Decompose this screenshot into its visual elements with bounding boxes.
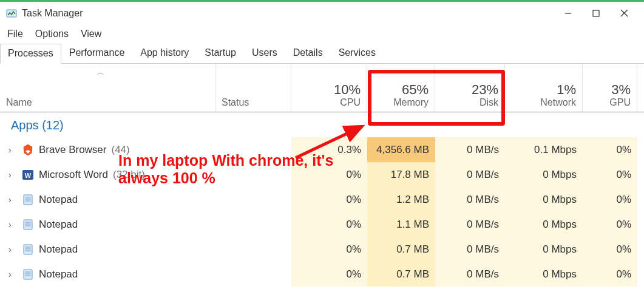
table-row[interactable]: ›Notepad0%0.7 MB0 MB/s0 Mbps0% — [0, 262, 644, 287]
cell-net: 0 Mbps — [505, 162, 583, 187]
cell-net: 0 Mbps — [505, 212, 583, 237]
notepad-icon — [22, 268, 34, 280]
close-button[interactable] — [610, 4, 638, 22]
process-name: Brave Browser — [39, 144, 106, 156]
tab-processes[interactable]: Processes — [0, 44, 61, 64]
notepad-icon — [22, 243, 34, 256]
word-icon: W — [22, 169, 34, 181]
menu-file[interactable]: File — [7, 29, 23, 39]
tab-startup[interactable]: Startup — [197, 43, 244, 63]
tab-users[interactable]: Users — [244, 43, 285, 63]
cell-gpu: 0% — [583, 212, 637, 237]
process-name: Notepad — [39, 243, 78, 256]
cell-net: 0 Mbps — [505, 187, 583, 212]
process-name: Notepad — [39, 268, 78, 280]
menu-options[interactable]: Options — [35, 29, 69, 39]
table-row[interactable]: ›Notepad0%1.2 MB0 MB/s0 Mbps0% — [0, 187, 644, 212]
column-gpu[interactable]: 3% GPU — [583, 64, 637, 112]
chevron-right-icon[interactable]: › — [8, 245, 17, 254]
tab-services[interactable]: Services — [331, 43, 384, 63]
column-cpu[interactable]: 10% CPU — [291, 64, 367, 112]
cell-mem: 4,356.6 MB — [367, 137, 435, 162]
window-title: Task Manager — [22, 8, 554, 19]
table-row[interactable]: ›Notepad0%1.1 MB0 MB/s0 Mbps0% — [0, 212, 644, 237]
process-name: Notepad — [39, 219, 78, 231]
cell-cpu: 0% — [291, 187, 367, 212]
chevron-right-icon[interactable]: › — [8, 195, 17, 205]
process-name: Microsoft Word — [39, 169, 108, 181]
title-bar: Task Manager — [0, 2, 644, 25]
minimize-button[interactable] — [554, 4, 582, 22]
brave-icon — [22, 144, 34, 156]
tab-performance[interactable]: Performance — [61, 43, 133, 63]
cell-cpu: 0% — [291, 237, 367, 262]
column-status[interactable]: Status — [215, 64, 291, 112]
cell-net: 0.1 Mbps — [505, 137, 583, 162]
menu-bar: File Options View — [0, 25, 644, 43]
table-row[interactable]: ›WMicrosoft Word (32 bit)0%17.8 MB0 MB/s… — [0, 162, 644, 187]
task-manager-icon — [6, 8, 17, 19]
cell-cpu: 0% — [291, 262, 367, 287]
cell-disk: 0 MB/s — [435, 237, 505, 262]
column-name[interactable]: ︿ Name — [0, 64, 215, 112]
sort-caret-icon: ︿ — [97, 67, 104, 78]
chevron-right-icon[interactable]: › — [8, 145, 17, 155]
annotation-arrow-icon — [290, 121, 375, 164]
svg-line-5 — [296, 126, 362, 158]
column-network[interactable]: 1% Network — [505, 64, 583, 112]
chevron-right-icon[interactable]: › — [8, 220, 17, 229]
cell-mem: 1.1 MB — [367, 212, 435, 237]
cell-disk: 0 MB/s — [435, 162, 505, 187]
svg-rect-20 — [24, 270, 32, 279]
cell-cpu: 0% — [291, 162, 367, 187]
annotation-red-box — [368, 70, 505, 126]
cell-mem: 17.8 MB — [367, 162, 435, 187]
chevron-right-icon[interactable]: › — [8, 270, 17, 279]
chevron-right-icon[interactable]: › — [8, 170, 17, 180]
table-row[interactable]: ›Notepad0%0.7 MB0 MB/s0 Mbps0% — [0, 237, 644, 262]
svg-rect-8 — [24, 195, 32, 205]
cell-gpu: 0% — [583, 262, 637, 287]
tab-app-history[interactable]: App history — [132, 43, 197, 63]
menu-view[interactable]: View — [81, 29, 101, 39]
maximize-button[interactable] — [582, 4, 610, 22]
cell-net: 0 Mbps — [505, 237, 583, 262]
cell-mem: 0.7 MB — [367, 237, 435, 262]
process-name: Notepad — [39, 194, 78, 206]
cell-gpu: 0% — [583, 237, 637, 262]
cell-disk: 0 MB/s — [435, 212, 505, 237]
cell-gpu: 0% — [583, 162, 637, 187]
svg-rect-16 — [24, 245, 32, 254]
cell-disk: 0 MB/s — [435, 137, 505, 162]
table-header: ︿ Name Status 10% CPU 65% Memory 23% Dis… — [0, 64, 644, 112]
svg-text:W: W — [25, 171, 32, 178]
process-suffix: (32 bit) — [113, 169, 145, 181]
cell-disk: 0 MB/s — [435, 262, 505, 287]
tab-bar: Processes Performance App history Startu… — [0, 43, 644, 64]
notepad-icon — [22, 219, 34, 231]
cell-mem: 1.2 MB — [367, 187, 435, 212]
svg-rect-12 — [24, 220, 32, 229]
cell-disk: 0 MB/s — [435, 187, 505, 212]
tab-details[interactable]: Details — [285, 43, 331, 63]
cell-gpu: 0% — [583, 187, 637, 212]
cell-mem: 0.7 MB — [367, 262, 435, 287]
cell-gpu: 0% — [583, 137, 637, 162]
svg-rect-2 — [593, 10, 599, 16]
notepad-icon — [22, 194, 34, 206]
process-suffix: (44) — [111, 144, 129, 156]
cell-cpu: 0% — [291, 212, 367, 237]
cell-net: 0 Mbps — [505, 262, 583, 287]
